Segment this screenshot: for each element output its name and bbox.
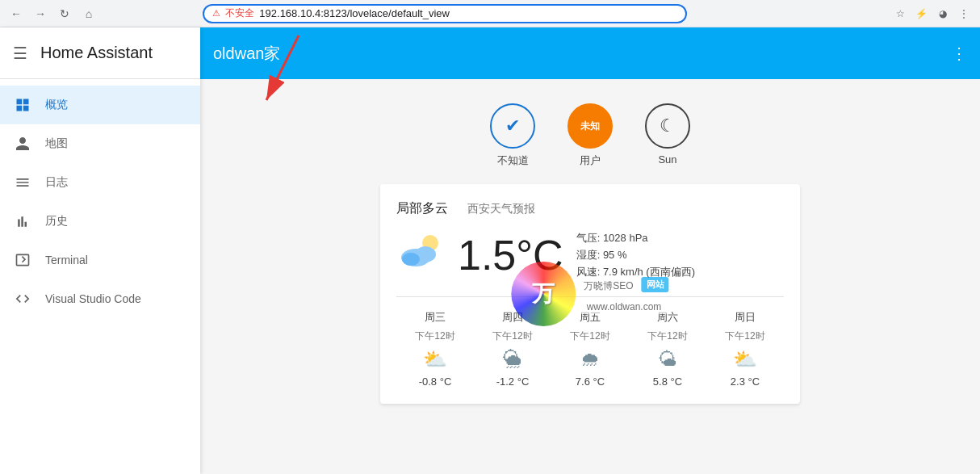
sidebar-item-history[interactable]: 历史 bbox=[0, 202, 200, 241]
checkmark-circle: ✔ bbox=[490, 103, 535, 149]
app-title: Home Assistant bbox=[40, 44, 153, 62]
status-item-sun[interactable]: ☾ Sun bbox=[645, 103, 690, 168]
status-label-unknown: 不知道 bbox=[497, 153, 529, 168]
back-button[interactable]: ← bbox=[6, 4, 26, 23]
sidebar-item-map[interactable]: 地图 bbox=[0, 124, 200, 163]
sidebar-label-overview: 概览 bbox=[45, 98, 68, 112]
person-icon bbox=[13, 136, 32, 152]
forecast-icon-0: ⛅ bbox=[423, 348, 447, 371]
forecast-temp-2: 7.6 °C bbox=[576, 375, 605, 388]
security-icon: ⚠ bbox=[212, 8, 220, 19]
sidebar-label-vscode: Visual Studio Code bbox=[45, 292, 141, 305]
forecast-icon-3: 🌤 bbox=[658, 348, 677, 371]
forecast-item-0: 周三 下午12时 ⛅ -0.8 °C bbox=[396, 310, 474, 388]
list-icon bbox=[13, 174, 32, 191]
user-circle: 未知 bbox=[567, 103, 613, 149]
weather-wind: 风速: 7.9 km/h (西南偏西) bbox=[576, 264, 695, 281]
browser-actions: ☆ ⚡ ◕ ⋮ bbox=[891, 4, 974, 23]
terminal-icon bbox=[13, 252, 32, 268]
app-container: ☰ Home Assistant 概览 地图 bbox=[0, 27, 980, 474]
moon-circle: ☾ bbox=[645, 103, 690, 149]
sidebar-header: ☰ Home Assistant bbox=[0, 27, 200, 79]
main-content: oldwan家 ⋮ ✔ 不知道 未知 用户 ☾ Sun bbox=[200, 27, 980, 474]
svg-point-4 bbox=[402, 253, 420, 266]
forecast-time-3: 下午12时 bbox=[647, 329, 687, 343]
sidebar-item-terminal[interactable]: Terminal bbox=[0, 241, 200, 279]
forecast-time-4: 下午12时 bbox=[725, 329, 764, 343]
sidebar-label-terminal: Terminal bbox=[45, 254, 88, 266]
menu-icon[interactable]: ⋮ bbox=[954, 4, 974, 23]
grid-icon bbox=[13, 97, 32, 113]
forecast-icon-1: 🌦 bbox=[503, 348, 522, 371]
weather-condition: 局部多云 bbox=[396, 200, 448, 217]
sidebar-label-history: 历史 bbox=[45, 214, 68, 229]
sidebar-item-overview[interactable]: 概览 bbox=[0, 86, 200, 124]
weather-temperature: 1.5°C bbox=[458, 231, 563, 279]
profile-icon[interactable]: ◕ bbox=[933, 4, 953, 23]
sidebar-label-map: 地图 bbox=[45, 136, 68, 151]
forecast-time-0: 下午12时 bbox=[415, 329, 454, 343]
weather-pressure: 气压: 1028 hPa bbox=[576, 230, 695, 247]
content-area: ✔ 不知道 未知 用户 ☾ Sun bbox=[200, 79, 980, 474]
forecast-day-2: 周五 bbox=[580, 310, 601, 325]
browser-chrome: ← → ↻ ⌂ ⚠ 不安全 192.168.10.4:8123/lovelace… bbox=[0, 0, 980, 27]
sidebar-item-log[interactable]: 日志 bbox=[0, 163, 200, 202]
weather-header: 局部多云 西安天气预报 bbox=[396, 200, 784, 217]
topbar-menu-icon[interactable]: ⋮ bbox=[951, 44, 967, 63]
sidebar-item-vscode[interactable]: Visual Studio Code bbox=[0, 279, 200, 318]
bookmark-icon[interactable]: ☆ bbox=[891, 4, 911, 23]
status-label-sun: Sun bbox=[658, 153, 676, 166]
forecast-icon-4: ⛅ bbox=[733, 348, 757, 371]
refresh-button[interactable]: ↻ bbox=[55, 4, 74, 23]
security-label: 不安全 bbox=[225, 6, 254, 20]
extensions-icon[interactable]: ⚡ bbox=[912, 4, 932, 23]
weather-current: 1.5°C 气压: 1028 hPa 湿度: 95 % 风速: 7.9 km/h… bbox=[396, 230, 784, 280]
status-label-user: 用户 bbox=[580, 153, 601, 168]
sidebar-label-log: 日志 bbox=[45, 175, 68, 190]
forecast-item-4: 周日 下午12时 ⛅ 2.3 °C bbox=[706, 310, 784, 388]
forward-button[interactable]: → bbox=[31, 4, 50, 23]
forecast-time-2: 下午12时 bbox=[570, 329, 609, 343]
status-item-unknown[interactable]: ✔ 不知道 bbox=[490, 103, 535, 168]
weather-details: 气压: 1028 hPa 湿度: 95 % 风速: 7.9 km/h (西南偏西… bbox=[576, 230, 695, 280]
topbar-title: oldwan家 bbox=[213, 43, 951, 65]
barchart-icon bbox=[13, 213, 32, 229]
forecast-item-3: 周六 下午12时 🌤 5.8 °C bbox=[629, 310, 706, 388]
forecast-day-3: 周六 bbox=[657, 310, 678, 325]
sidebar: ☰ Home Assistant 概览 地图 bbox=[0, 27, 200, 474]
hamburger-icon[interactable]: ☰ bbox=[13, 44, 27, 63]
weather-humidity: 湿度: 95 % bbox=[576, 247, 695, 264]
user-badge-text: 未知 bbox=[580, 120, 600, 133]
status-row: ✔ 不知道 未知 用户 ☾ Sun bbox=[216, 95, 964, 168]
forecast-day-4: 周日 bbox=[735, 310, 756, 325]
status-item-user[interactable]: 未知 用户 bbox=[567, 103, 613, 168]
url-text: 192.168.10.4:8123/lovelace/default_view bbox=[259, 7, 677, 19]
forecast-temp-1: -1.2 °C bbox=[496, 375, 530, 388]
forecast-icon-2: 🌧 bbox=[580, 348, 600, 371]
nav-items: 概览 地图 日志 bbox=[0, 79, 200, 325]
code-icon bbox=[13, 291, 32, 307]
weather-location: 西安天气预报 bbox=[467, 202, 535, 216]
weather-card: 万 万晓博SEO 网站 www.oldwan.com 局部多云 bbox=[380, 184, 800, 404]
forecast-day-1: 周四 bbox=[502, 310, 523, 325]
forecast-row: 周三 下午12时 ⛅ -0.8 °C 周四 下午12时 🌦 -1.2 °C 周五… bbox=[396, 296, 784, 388]
forecast-temp-0: -0.8 °C bbox=[419, 375, 452, 388]
forecast-day-0: 周三 bbox=[425, 310, 446, 325]
forecast-time-1: 下午12时 bbox=[492, 329, 532, 343]
home-button[interactable]: ⌂ bbox=[79, 4, 98, 23]
forecast-item-1: 周四 下午12时 🌦 -1.2 °C bbox=[474, 310, 551, 388]
weather-cloud-icon bbox=[396, 230, 445, 280]
forecast-item-2: 周五 下午12时 🌧 7.6 °C bbox=[551, 310, 629, 388]
topbar: oldwan家 ⋮ bbox=[200, 27, 980, 79]
forecast-temp-3: 5.8 °C bbox=[653, 375, 682, 388]
address-bar[interactable]: ⚠ 不安全 192.168.10.4:8123/lovelace/default… bbox=[203, 4, 687, 23]
forecast-temp-4: 2.3 °C bbox=[731, 375, 760, 388]
